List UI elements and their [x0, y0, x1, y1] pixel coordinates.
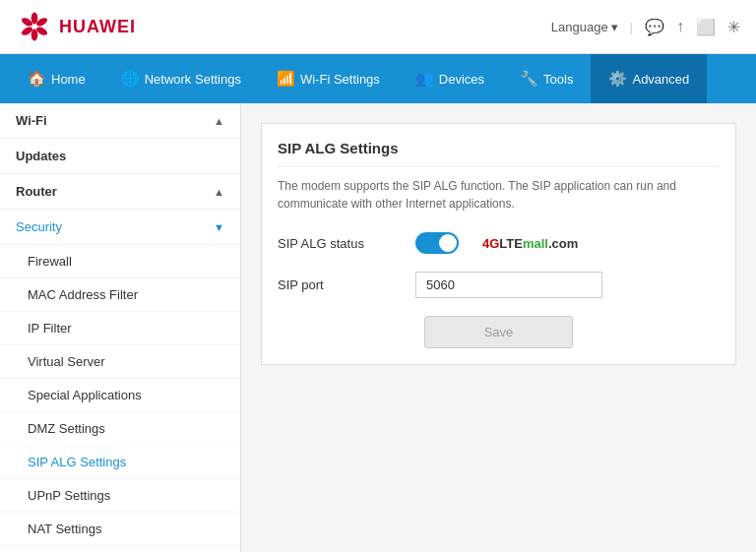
- nav-network-label: Network Settings: [145, 72, 241, 87]
- nav-wifi-label: Wi-Fi Settings: [300, 72, 380, 87]
- sidebar-item-nat[interactable]: NAT Settings: [0, 513, 240, 546]
- firewall-label: Firewall: [28, 254, 72, 269]
- sidebar-item-special-apps[interactable]: Special Applications: [0, 379, 240, 412]
- mac-filter-label: MAC Address Filter: [28, 287, 138, 302]
- brand-name: HUAWEI: [59, 17, 136, 37]
- sidebar-header-updates[interactable]: Updates: [0, 139, 240, 174]
- sidebar-section-updates: Updates: [0, 139, 240, 174]
- sidebar-item-domain-filter[interactable]: Domain Filter: [0, 546, 240, 552]
- navbar: 🏠 Home 🌐 Network Settings 📶 Wi-Fi Settin…: [0, 54, 756, 103]
- security-arrow-icon: ▼: [214, 221, 224, 233]
- sidebar-item-firewall[interactable]: Firewall: [0, 245, 240, 278]
- network-icon: 🌐: [121, 70, 140, 88]
- sidebar-item-dmz[interactable]: DMZ Settings: [0, 412, 240, 446]
- sip-port-label: SIP port: [278, 277, 415, 292]
- sip-alg-status-label: SIP ALG status: [278, 236, 415, 251]
- upload-icon[interactable]: ↑: [676, 18, 684, 35]
- svg-point-3: [32, 29, 38, 40]
- settings-spin-icon[interactable]: ✳: [727, 18, 740, 36]
- ip-filter-label: IP Filter: [28, 321, 72, 336]
- huawei-logo-icon: [16, 12, 53, 41]
- sidebar-item-ip-filter[interactable]: IP Filter: [0, 312, 240, 345]
- header: HUAWEI Language ▾ | 💬 ↑ ⬜ ✳: [0, 0, 756, 54]
- sidebar-item-virtual-server[interactable]: Virtual Server: [0, 345, 240, 379]
- sidebar-item-mac-filter[interactable]: MAC Address Filter: [0, 278, 240, 312]
- devices-icon: 👥: [415, 70, 434, 88]
- upnp-label: UPnP Settings: [28, 488, 110, 503]
- dmz-label: DMZ Settings: [28, 421, 105, 436]
- special-apps-label: Special Applications: [28, 388, 142, 402]
- messages-icon[interactable]: 💬: [645, 18, 664, 36]
- language-selector[interactable]: Language ▾: [551, 20, 618, 34]
- nav-advanced-label: Advanced: [632, 72, 689, 87]
- sidebar-item-sip-alg[interactable]: SIP ALG Settings: [0, 446, 240, 479]
- sidebar-updates-label: Updates: [16, 149, 66, 163]
- sip-port-control: [415, 272, 720, 298]
- wifi-collapse-icon: ▲: [214, 115, 224, 127]
- sidebar-header-wifi[interactable]: Wi-Fi ▲: [0, 103, 240, 139]
- sidebar: Wi-Fi ▲ Updates Router ▲ Security ▼ Fi: [0, 103, 241, 552]
- sip-alg-status-control: 4GLTEmall.com: [415, 232, 720, 254]
- language-label: Language: [551, 20, 608, 34]
- nav-wifi[interactable]: 📶 Wi-Fi Settings: [259, 54, 398, 103]
- main-layout: Wi-Fi ▲ Updates Router ▲ Security ▼ Fi: [0, 103, 756, 552]
- nav-home[interactable]: 🏠 Home: [10, 54, 103, 103]
- sip-alg-status-row: SIP ALG status 4GLTEmall.com: [278, 232, 720, 254]
- page-description: The modem supports the SIP ALG function.…: [278, 177, 720, 213]
- nav-network[interactable]: 🌐 Network Settings: [103, 54, 259, 103]
- watermark-4g: 4G: [482, 236, 499, 251]
- router-collapse-icon: ▲: [214, 186, 224, 198]
- save-button[interactable]: Save: [424, 316, 574, 348]
- content-box: SIP ALG Settings The modem supports the …: [261, 123, 736, 365]
- sip-alg-toggle[interactable]: [415, 232, 459, 254]
- header-controls: Language ▾ | 💬 ↑ ⬜ ✳: [551, 18, 740, 36]
- nav-advanced[interactable]: ⚙️ Advanced: [591, 54, 707, 103]
- nav-tools-label: Tools: [543, 72, 573, 87]
- nav-devices-label: Devices: [439, 72, 484, 87]
- wifi-icon: 📶: [277, 70, 295, 88]
- sidebar-item-upnp[interactable]: UPnP Settings: [0, 479, 240, 513]
- nav-home-label: Home: [51, 72, 86, 87]
- tools-icon: 🔧: [520, 70, 538, 88]
- sidebar-section-router: Router ▲ Security ▼ Firewall MAC Address…: [0, 174, 240, 552]
- watermark-mall: mall: [523, 236, 548, 251]
- sidebar-router-label: Router: [16, 184, 57, 199]
- sip-alg-label: SIP ALG Settings: [28, 455, 126, 469]
- security-label: Security: [16, 219, 62, 234]
- export-icon[interactable]: ⬜: [696, 18, 716, 36]
- home-icon: 🏠: [28, 70, 46, 88]
- sidebar-section-wifi: Wi-Fi ▲: [0, 103, 240, 139]
- watermark: 4GLTEmall.com: [482, 236, 578, 251]
- sip-port-input[interactable]: [415, 272, 602, 298]
- content-area: SIP ALG Settings The modem supports the …: [241, 103, 756, 552]
- advanced-icon: ⚙️: [608, 70, 627, 88]
- sidebar-wifi-label: Wi-Fi: [16, 113, 47, 128]
- page-title: SIP ALG Settings: [278, 140, 720, 167]
- watermark-lte: LTE: [499, 236, 523, 251]
- sidebar-header-router[interactable]: Router ▲: [0, 174, 240, 210]
- nat-label: NAT Settings: [28, 521, 101, 536]
- svg-point-0: [32, 12, 38, 24]
- sidebar-item-security[interactable]: Security ▼: [0, 210, 240, 245]
- virtual-server-label: Virtual Server: [28, 354, 105, 369]
- watermark-dot: .com: [548, 236, 578, 251]
- language-arrow: ▾: [611, 20, 618, 34]
- divider-1: |: [630, 20, 633, 34]
- logo: HUAWEI: [16, 12, 136, 41]
- nav-tools[interactable]: 🔧 Tools: [502, 54, 591, 103]
- nav-devices[interactable]: 👥 Devices: [398, 54, 502, 103]
- sip-port-row: SIP port: [278, 272, 720, 298]
